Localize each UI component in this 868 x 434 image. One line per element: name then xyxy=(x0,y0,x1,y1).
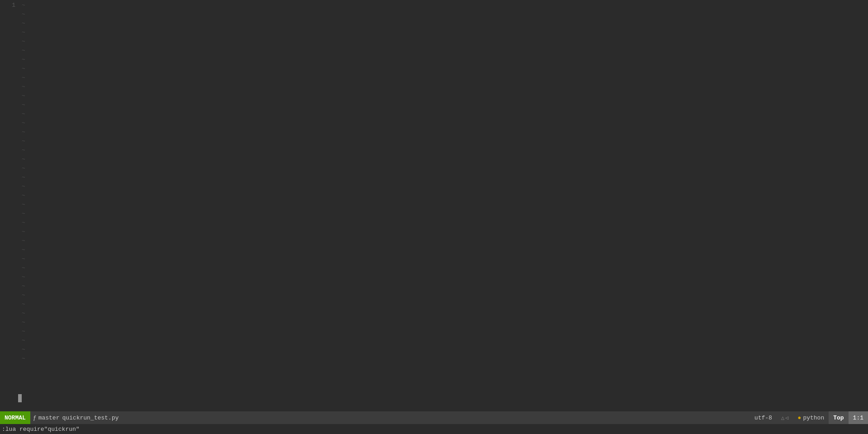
encoding-segment: utf-8 xyxy=(750,411,777,424)
tilde-line: ~ xyxy=(22,327,868,336)
command-text: :lua require"quickrun" xyxy=(2,426,80,433)
filetype-segment: ● python xyxy=(793,411,829,424)
cursor xyxy=(18,394,22,402)
tilde-line: ~ xyxy=(22,55,868,64)
tilde-line: ~ xyxy=(22,128,868,137)
git-branch-name: master xyxy=(38,415,60,421)
tilde-line: ~ xyxy=(22,182,868,191)
tilde-line: ~ xyxy=(22,291,868,300)
tilde-line: ~ xyxy=(22,218,868,227)
status-bar: NORMAL ƒ master quickrun_test.py utf-8 △… xyxy=(0,411,868,424)
editor-area[interactable]: 1 ~ ~ ~ ~ ~ ~ ~ ~ ~ ~ ~ ~ ~ ~ ~ ~ ~ ~ ~ … xyxy=(0,0,868,411)
tilde-line: ~ xyxy=(22,318,868,327)
filename: quickrun_test.py xyxy=(62,415,119,421)
tilde-line: ~ xyxy=(22,273,868,282)
tilde-line: ~ xyxy=(22,200,868,209)
tilde-line: ~ xyxy=(22,255,868,264)
filetype-label: python xyxy=(803,415,824,421)
tilde-line: ~ xyxy=(22,164,868,173)
tilde-line: ~ xyxy=(22,92,868,101)
tilde-line: ~ xyxy=(22,246,868,255)
tilde-line: ~ xyxy=(22,82,868,92)
editor-content[interactable]: ~ ~ ~ ~ ~ ~ ~ ~ ~ ~ ~ ~ ~ ~ ~ ~ ~ ~ ~ ~ … xyxy=(18,0,868,411)
encoding-label: utf-8 xyxy=(754,415,772,421)
tilde-line: ~ xyxy=(22,64,868,73)
tilde-line: ~ xyxy=(22,19,868,28)
diff-down-icon: △ xyxy=(781,415,784,421)
tilde-line: ~ xyxy=(22,227,868,236)
tilde-line: ~ xyxy=(22,28,868,37)
git-branch: ƒ master xyxy=(33,415,60,421)
tilde-line: ~ xyxy=(22,300,868,309)
diff-left-icon: ◁ xyxy=(785,415,788,421)
tilde-line: ~ xyxy=(22,155,868,164)
line-number-1: 1 xyxy=(2,1,15,10)
tilde-line: ~ xyxy=(22,236,868,246)
tilde-line: ~ xyxy=(22,1,868,10)
diff-segment: △ ◁ xyxy=(777,411,793,424)
tilde-line: ~ xyxy=(22,46,868,55)
tilde-line: ~ xyxy=(22,282,868,291)
position-label: Top xyxy=(833,415,844,421)
line-col-segment: 1:1 xyxy=(849,411,868,424)
mode-badge: NORMAL xyxy=(0,411,30,424)
tilde-line: ~ xyxy=(22,264,868,273)
tilde-line: ~ xyxy=(22,119,868,128)
tilde-line: ~ xyxy=(22,101,868,110)
tilde-line: ~ xyxy=(22,336,868,345)
tilde-line: ~ xyxy=(22,354,868,363)
tilde-line: ~ xyxy=(22,146,868,155)
diff-icons: △ ◁ xyxy=(781,415,788,421)
filetype-icon: ● xyxy=(798,415,801,421)
tilde-line: ~ xyxy=(22,137,868,146)
status-right: utf-8 △ ◁ ● python Top 1:1 xyxy=(750,411,868,424)
tilde-line: ~ xyxy=(22,309,868,318)
tilde-line: ~ xyxy=(22,191,868,200)
tilde-line: ~ xyxy=(22,37,868,46)
git-icon: ƒ xyxy=(33,415,37,421)
line-numbers: 1 xyxy=(0,0,18,411)
tilde-line: ~ xyxy=(22,173,868,182)
command-line: :lua require"quickrun" xyxy=(0,424,868,434)
tilde-line: ~ xyxy=(22,10,868,19)
tilde-line: ~ xyxy=(22,73,868,82)
tilde-line: ~ xyxy=(22,209,868,218)
mode-label: NORMAL xyxy=(5,415,26,421)
line-col-label: 1:1 xyxy=(853,415,863,421)
tilde-line: ~ xyxy=(22,345,868,354)
tilde-line: ~ xyxy=(22,110,868,119)
position-segment: Top xyxy=(829,411,848,424)
